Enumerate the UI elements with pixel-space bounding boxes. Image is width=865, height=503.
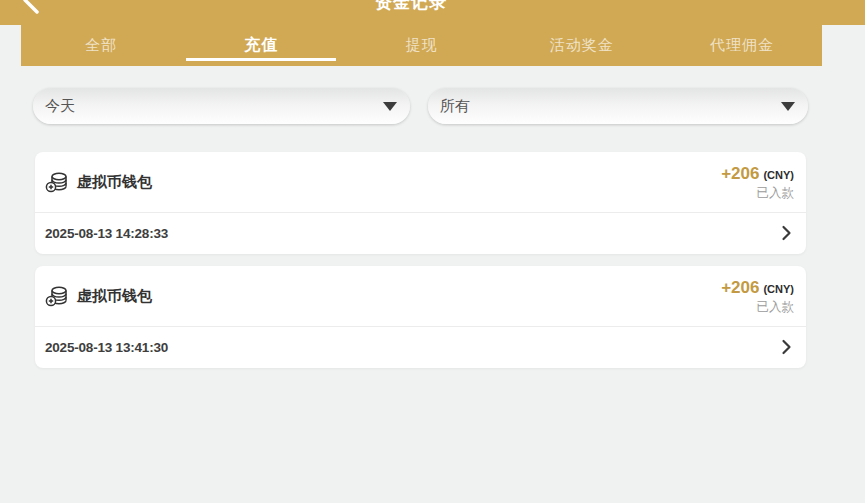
caret-down-icon: [383, 102, 397, 111]
wallet-name: 虚拟币钱包: [77, 173, 152, 192]
currency-label: (CNY): [763, 283, 794, 295]
tab-label: 活动奖金: [550, 36, 614, 55]
chevron-right-icon[interactable]: [781, 225, 792, 241]
type-filter-select[interactable]: 所有: [428, 88, 808, 124]
status-text: 已入款: [721, 187, 794, 200]
wallet-name: 虚拟币钱包: [77, 287, 152, 306]
type-filter-value: 所有: [440, 97, 470, 116]
date-filter-select[interactable]: 今天: [33, 88, 410, 124]
amount-value: +206: [721, 278, 759, 297]
app-bar: 资金记录: [0, 0, 865, 25]
tab-activity-bonus[interactable]: 活动奖金: [502, 25, 662, 66]
record-summary-row: 虚拟币钱包 +206(CNY) 已入款: [35, 152, 806, 213]
record-datetime: 2025-08-13 14:28:33: [45, 226, 168, 241]
fund-records-screen: 资金记录 全部 充值 提现 活动奖金 代理佣金 今天 所有: [0, 0, 865, 503]
record-detail-row: 2025-08-13 13:41:30: [35, 327, 806, 367]
record-card[interactable]: 虚拟币钱包 +206(CNY) 已入款 2025-08-13 13:41:30: [35, 266, 806, 368]
tab-agent-commission[interactable]: 代理佣金: [662, 25, 822, 66]
record-datetime: 2025-08-13 13:41:30: [45, 340, 168, 355]
status-text: 已入款: [721, 301, 794, 314]
record-card[interactable]: 虚拟币钱包 +206(CNY) 已入款 2025-08-13 14:28:33: [35, 152, 806, 254]
coin-stack-plus-icon: [45, 171, 69, 194]
record-detail-row: 2025-08-13 14:28:33: [35, 213, 806, 253]
tab-label: 充值: [244, 35, 278, 56]
tab-label: 全部: [85, 36, 117, 55]
tab-withdraw[interactable]: 提现: [341, 25, 501, 66]
caret-down-icon: [781, 102, 795, 111]
coin-stack-plus-icon: [45, 285, 69, 308]
tab-label: 提现: [406, 36, 438, 55]
tab-label: 代理佣金: [710, 36, 774, 55]
amount-value: +206: [721, 164, 759, 183]
amount-block: +206(CNY) 已入款: [721, 165, 794, 200]
chevron-right-icon[interactable]: [781, 339, 792, 355]
currency-label: (CNY): [763, 169, 794, 181]
tab-bar: 全部 充值 提现 活动奖金 代理佣金: [21, 25, 822, 66]
date-filter-value: 今天: [45, 97, 75, 116]
record-summary-row: 虚拟币钱包 +206(CNY) 已入款: [35, 266, 806, 327]
page-title: 资金记录: [0, 0, 822, 14]
tab-deposit[interactable]: 充值: [181, 25, 341, 66]
amount-block: +206(CNY) 已入款: [721, 279, 794, 314]
tab-all[interactable]: 全部: [21, 25, 181, 66]
